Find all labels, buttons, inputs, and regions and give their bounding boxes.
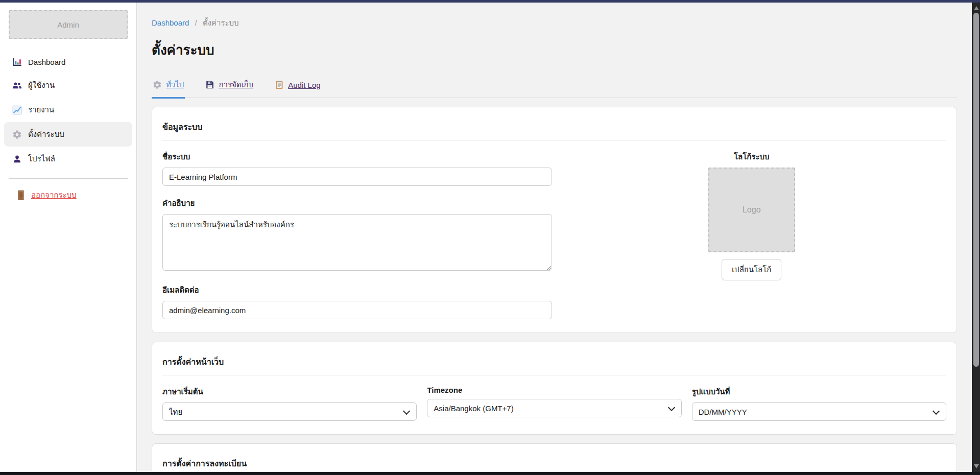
- gear-icon: [12, 130, 22, 139]
- description-textarea[interactable]: ระบบการเรียนรู้ออนไลน์สำหรับองค์กร: [162, 214, 552, 271]
- arrow-down-icon: [974, 464, 979, 468]
- page-title: ตั้งค่าระบบ: [152, 39, 957, 60]
- window-bottom-edge: [0, 472, 980, 475]
- tab-audit-log[interactable]: Audit Log: [274, 76, 321, 99]
- system-name-input[interactable]: [162, 168, 552, 186]
- change-logo-button[interactable]: เปลี่ยนโลโก้: [722, 259, 781, 280]
- date-format-select[interactable]: DD/MM/YYYY: [692, 402, 946, 421]
- logo-placeholder-text: Logo: [743, 205, 761, 215]
- window-top-edge: [0, 0, 980, 3]
- sidebar-item-label: ตั้งค่าระบบ: [28, 128, 64, 140]
- bar-chart-icon: [12, 57, 22, 67]
- description-label: คำอธิบาย: [162, 197, 552, 209]
- system-logo-label: โลโก้ระบบ: [734, 151, 770, 163]
- sidebar-item-users[interactable]: ผู้ใช้งาน: [4, 73, 132, 98]
- contact-email-label: อีเมลติดต่อ: [162, 284, 552, 296]
- users-icon: [12, 81, 22, 90]
- clipboard-icon: [275, 80, 284, 89]
- tab-label: การจัดเก็บ: [219, 79, 253, 91]
- line-chart-icon: [12, 105, 22, 115]
- system-name-label: ชื่อระบบ: [162, 151, 552, 163]
- sidebar-item-reports[interactable]: รายงาน: [4, 98, 132, 122]
- person-icon: [12, 154, 22, 164]
- scrollbar-thumb[interactable]: [973, 13, 979, 367]
- sidebar-item-label: โปรไฟล์: [28, 153, 55, 165]
- breadcrumb-separator: /: [195, 18, 197, 27]
- date-format-label: รูปแบบวันที่: [692, 386, 946, 398]
- arrow-up-icon: [974, 6, 979, 10]
- timezone-label: Timezone: [427, 386, 681, 394]
- card-title: การตั้งค่าหน้าเว็บ: [162, 355, 946, 368]
- sidebar-item-label: รายงาน: [28, 104, 54, 116]
- tab-label: Audit Log: [288, 81, 320, 89]
- sidebar-item-profile[interactable]: โปรไฟล์: [4, 147, 132, 171]
- breadcrumb-dashboard-link[interactable]: Dashboard: [152, 18, 189, 27]
- sidebar-item-label: Dashboard: [28, 58, 65, 66]
- gear-icon: [153, 80, 162, 89]
- card-divider: [162, 140, 946, 140]
- logout-link[interactable]: ออกจากระบบ: [8, 189, 128, 201]
- breadcrumb-current: ตั้งค่าระบบ: [203, 18, 239, 27]
- window-scrollbar[interactable]: [972, 3, 980, 472]
- default-language-label: ภาษาเริ่มต้น: [162, 386, 417, 398]
- floppy-disk-icon: [205, 80, 214, 89]
- sidebar-item-label: ผู้ใช้งาน: [28, 79, 55, 91]
- contact-email-input[interactable]: [162, 301, 552, 319]
- card-divider: [162, 375, 946, 375]
- sidebar-nav: Dashboard ผู้ใช้งาน รายงาน ตั้งค่าระบบ โ…: [0, 51, 136, 171]
- timezone-select[interactable]: Asia/Bangkok (GMT+7): [427, 399, 681, 417]
- breadcrumb: Dashboard / ตั้งค่าระบบ: [152, 17, 957, 29]
- default-language-select[interactable]: ไทย: [162, 402, 417, 421]
- scrollbar-up-button[interactable]: [973, 4, 980, 13]
- tab-general[interactable]: ทั่วไป: [152, 76, 185, 99]
- sidebar-item-settings[interactable]: ตั้งค่าระบบ: [4, 122, 132, 147]
- scrollbar-down-button[interactable]: [973, 462, 980, 471]
- system-info-card: ข้อมูลระบบ ชื่อระบบ คำอธิบาย ระบบการเรีย…: [152, 107, 957, 333]
- admin-logo-placeholder: Admin: [9, 10, 128, 39]
- tab-bar: ทั่วไป การจัดเก็บ Audit Log: [152, 74, 957, 98]
- sidebar-item-dashboard[interactable]: Dashboard: [4, 51, 132, 73]
- admin-logo-text: Admin: [57, 20, 79, 29]
- door-icon: [16, 190, 26, 200]
- tab-label: ทั่วไป: [166, 79, 184, 91]
- sidebar-divider: [9, 178, 128, 179]
- logout-label: ออกจากระบบ: [31, 189, 77, 201]
- card-title: ข้อมูลระบบ: [162, 121, 946, 133]
- web-settings-card: การตั้งค่าหน้าเว็บ ภาษาเริ่มต้น ไทย Time…: [152, 342, 957, 435]
- main-content: Dashboard / ตั้งค่าระบบ ตั้งค่าระบบ ทั่ว…: [137, 3, 972, 472]
- card-title: การตั้งค่าการลงทะเบียน: [162, 457, 946, 470]
- tab-storage[interactable]: การจัดเก็บ: [204, 76, 254, 99]
- logo-placeholder: Logo: [708, 168, 795, 252]
- sidebar: Admin Dashboard ผู้ใช้งาน รายงาน ตั้งค่า…: [0, 3, 137, 472]
- registration-settings-card: การตั้งค่าการลงทะเบียน: [152, 443, 957, 472]
